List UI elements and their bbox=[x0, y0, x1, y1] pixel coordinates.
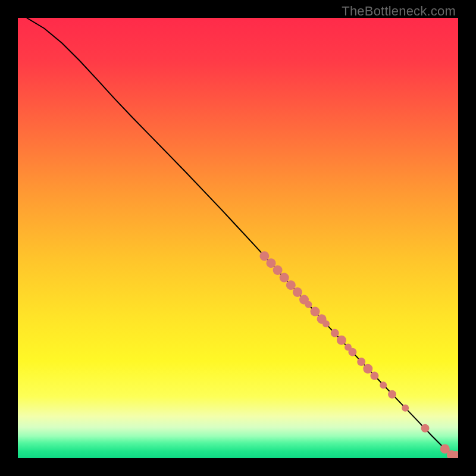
data-point bbox=[337, 336, 346, 345]
data-point bbox=[286, 280, 296, 290]
data-point bbox=[357, 358, 365, 366]
data-point bbox=[370, 372, 378, 380]
data-point bbox=[280, 273, 289, 283]
plot-area bbox=[18, 18, 458, 458]
data-point bbox=[363, 364, 372, 374]
chart-stage: TheBottleneck.com bbox=[0, 0, 476, 476]
data-point bbox=[322, 320, 330, 327]
data-point bbox=[311, 307, 320, 317]
chart-svg bbox=[18, 18, 458, 458]
data-point bbox=[273, 265, 283, 275]
data-point bbox=[348, 348, 356, 356]
data-point bbox=[380, 381, 387, 389]
data-point bbox=[305, 301, 312, 308]
watermark-label: TheBottleneck.com bbox=[342, 4, 456, 19]
data-point bbox=[293, 287, 302, 297]
data-point bbox=[259, 251, 269, 261]
data-point bbox=[421, 424, 430, 433]
data-point bbox=[267, 258, 276, 268]
data-point bbox=[402, 405, 409, 412]
data-point bbox=[331, 329, 339, 337]
data-point bbox=[388, 390, 396, 399]
